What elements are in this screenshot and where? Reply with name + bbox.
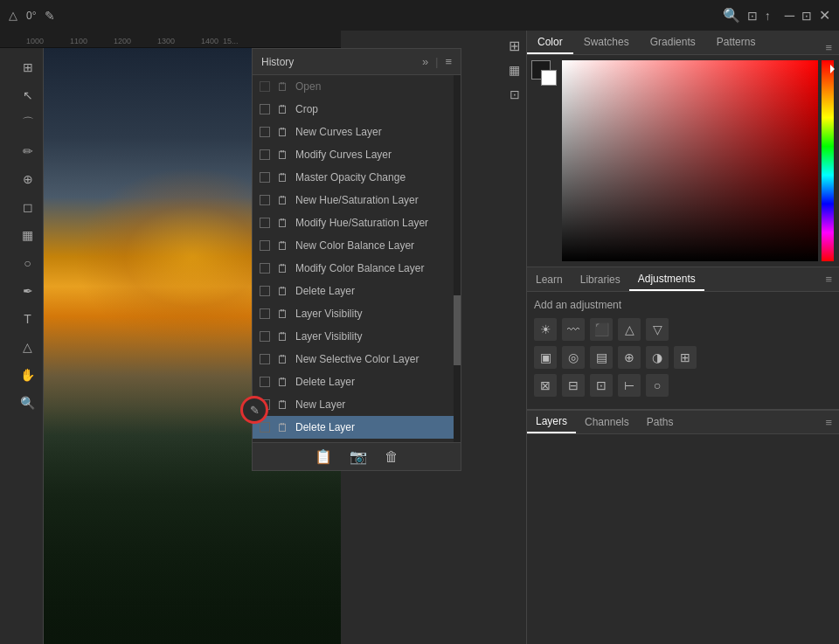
adj-selective-icon[interactable]: ◎ xyxy=(562,346,585,369)
tool-gradient[interactable]: ▦ xyxy=(16,223,40,247)
history-delete-icon[interactable]: 🗑 xyxy=(385,449,399,465)
adj-invert-icon[interactable]: ▽ xyxy=(646,318,669,341)
ruler: 1000 1100 1200 1300 1400 15... xyxy=(0,31,341,48)
history-new-snapshot-icon[interactable]: 📋 xyxy=(315,448,332,465)
tool-dodge[interactable]: ○ xyxy=(16,251,40,275)
history-item-checkbox[interactable] xyxy=(260,331,270,342)
history-item[interactable]: 🗒Delete Layer xyxy=(253,416,461,439)
right-panel-icon-2[interactable]: ▦ xyxy=(505,60,524,80)
history-menu-icon[interactable]: ≡ xyxy=(445,55,452,68)
adj-colorbalance-icon[interactable]: ⊕ xyxy=(618,346,641,369)
history-expand-icon[interactable]: » xyxy=(422,55,428,68)
tool-pen[interactable]: ✒ xyxy=(16,279,40,303)
history-item[interactable]: 🗒New Curves Layer xyxy=(253,121,461,143)
history-item[interactable]: 🗒New Hue/Saturation Layer xyxy=(253,189,461,211)
history-item-checkbox[interactable] xyxy=(260,377,270,387)
history-item-checkbox[interactable] xyxy=(260,308,270,319)
history-item[interactable]: 🗒Master Opacity Change xyxy=(253,166,461,189)
tab-adjustments[interactable]: Adjustments xyxy=(629,267,704,291)
adj-hue-icon[interactable]: ▣ xyxy=(534,346,557,369)
adj-exposure-icon[interactable]: ⬛ xyxy=(590,318,613,341)
adj-triangle-icon[interactable]: △ xyxy=(618,318,641,341)
history-source-marker[interactable]: ✎ xyxy=(240,396,268,424)
history-list[interactable]: 🗒Open🗒Crop🗒New Curves Layer🗒Modify Curve… xyxy=(253,75,461,442)
tab-libraries[interactable]: Libraries xyxy=(572,267,629,291)
history-item-checkbox[interactable] xyxy=(260,195,270,205)
hue-indicator xyxy=(830,65,835,73)
history-item[interactable]: 🗒Modify Hue/Saturation Layer xyxy=(253,211,461,234)
background-swatch[interactable] xyxy=(541,70,557,86)
history-item[interactable]: 🗒Open xyxy=(253,75,461,98)
share-icon[interactable]: ↑ xyxy=(765,9,771,23)
history-item[interactable]: 🗒Delete Layer xyxy=(253,370,461,393)
tool-clone[interactable]: ⊕ xyxy=(16,167,40,191)
tool-zoom[interactable]: 🔍 xyxy=(16,391,40,415)
history-item[interactable]: 🗒Modify Color Balance Layer xyxy=(253,257,461,280)
history-item-checkbox[interactable] xyxy=(260,218,270,228)
history-item-label: Open xyxy=(295,80,321,93)
history-item[interactable]: 🗒Brightness/Contrast xyxy=(253,439,461,442)
history-item[interactable]: 🗒Crop xyxy=(253,98,461,121)
adj-gradient-icon[interactable]: ◑ xyxy=(646,346,669,369)
history-item-checkbox[interactable] xyxy=(260,127,270,137)
foreground-swatch[interactable] xyxy=(531,60,551,80)
history-item[interactable]: 🗒New Layer xyxy=(253,393,461,416)
history-item-checkbox[interactable] xyxy=(260,172,270,183)
tool-select[interactable]: ↖ xyxy=(16,83,40,107)
history-item-checkbox[interactable] xyxy=(260,286,270,296)
right-panel-icon-3[interactable]: ⊡ xyxy=(505,85,524,104)
tab-channels[interactable]: Channels xyxy=(576,411,638,433)
history-item[interactable]: 🗒Modify Curves Layer xyxy=(253,143,461,166)
tool-hand[interactable]: ✋ xyxy=(16,363,40,387)
history-item[interactable]: 🗒New Color Balance Layer xyxy=(253,234,461,257)
tool-eraser[interactable]: ◻ xyxy=(16,195,40,219)
tab-patterns[interactable]: Patterns xyxy=(706,31,766,54)
layers-menu-icon[interactable]: ≡ xyxy=(818,416,839,429)
fg-bg-swatches[interactable] xyxy=(531,60,558,87)
adj-hdrtone-icon[interactable]: ⊢ xyxy=(618,374,641,397)
minimize-button[interactable]: ─ xyxy=(785,8,794,24)
maximize-button[interactable]: ⊡ xyxy=(801,9,812,23)
right-panel-icon-1[interactable]: ⊞ xyxy=(505,36,524,55)
adj-curves-icon[interactable]: 〰 xyxy=(562,318,585,341)
tab-color[interactable]: Color xyxy=(527,31,573,54)
adj-posterize-icon[interactable]: ⊠ xyxy=(534,374,557,397)
history-item-checkbox[interactable] xyxy=(260,354,270,364)
color-left-tools xyxy=(532,60,557,261)
tab-gradients[interactable]: Gradients xyxy=(640,31,706,54)
tab-learn[interactable]: Learn xyxy=(527,267,572,291)
tool-lasso[interactable]: ⌒ xyxy=(16,111,40,135)
search-icon[interactable]: 🔍 xyxy=(723,7,740,24)
adj-threshold-icon[interactable]: ⊟ xyxy=(562,374,585,397)
close-button[interactable]: ✕ xyxy=(819,7,830,24)
history-item-checkbox[interactable] xyxy=(260,104,270,114)
adj-vibrance-icon[interactable]: ⊡ xyxy=(590,374,613,397)
adj-grid-icon[interactable]: ⊞ xyxy=(674,346,697,369)
history-item[interactable]: 🗒New Selective Color Layer xyxy=(253,348,461,370)
edit-icon[interactable]: ✎ xyxy=(45,9,55,23)
history-item-checkbox[interactable] xyxy=(260,263,270,274)
tool-brush[interactable]: ✏ xyxy=(16,139,40,163)
history-item[interactable]: 🗒Layer Visibility xyxy=(253,325,461,348)
history-item[interactable]: 🗒Layer Visibility xyxy=(253,302,461,325)
tool-text[interactable]: T xyxy=(16,307,40,331)
history-item[interactable]: 🗒Delete Layer xyxy=(253,280,461,302)
adj-circle-icon[interactable]: ○ xyxy=(646,374,669,397)
hue-slider[interactable] xyxy=(822,60,834,261)
tool-shape[interactable]: △ xyxy=(16,335,40,359)
tab-layers[interactable]: Layers xyxy=(527,411,576,433)
history-item-checkbox[interactable] xyxy=(260,240,270,251)
history-camera-icon[interactable]: 📷 xyxy=(350,448,367,465)
history-item-checkbox[interactable] xyxy=(260,422,270,433)
tool-crop[interactable]: ⊞ xyxy=(16,55,40,80)
history-item-checkbox[interactable] xyxy=(260,149,270,160)
color-spectrum[interactable] xyxy=(562,60,818,261)
adj-channel-icon[interactable]: ▤ xyxy=(590,346,613,369)
tab-paths[interactable]: Paths xyxy=(638,411,683,433)
color-panel-menu-icon[interactable]: ≡ xyxy=(818,41,839,54)
adj-brightness-icon[interactable]: ☀ xyxy=(534,318,557,341)
history-item-checkbox[interactable] xyxy=(260,81,270,92)
tab-swatches[interactable]: Swatches xyxy=(573,31,640,54)
adjustments-menu-icon[interactable]: ≡ xyxy=(818,273,839,286)
window-icon[interactable]: ⊡ xyxy=(747,9,758,23)
